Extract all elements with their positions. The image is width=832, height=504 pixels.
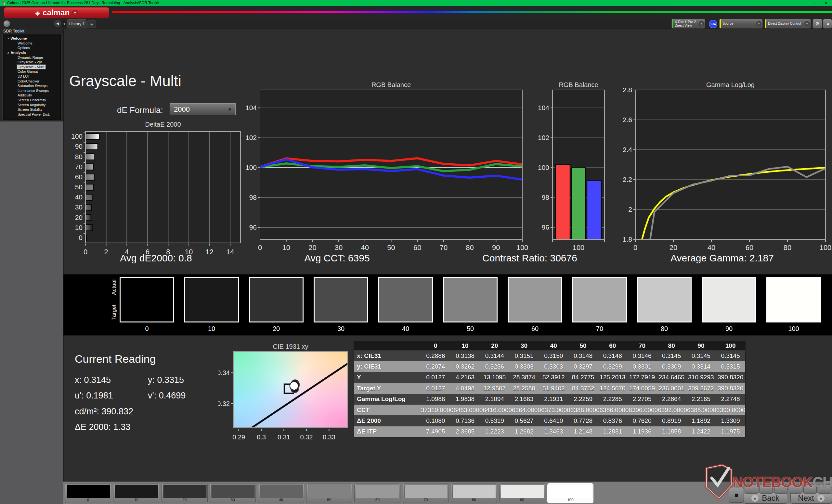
source-button[interactable]: Source ▼ [719, 19, 763, 29]
meter-button[interactable]: X-Rite i1Pro 2 Direct View ▼ [672, 19, 705, 29]
table-row-label: y: CIE31 [354, 361, 421, 372]
patch-label: 50 [307, 498, 352, 502]
bottom-tool-button-6[interactable] [818, 484, 831, 494]
bottom-tool-button-1[interactable] [745, 484, 758, 494]
next-button[interactable]: Next » [790, 493, 832, 504]
svg-text:2.8: 2.8 [623, 86, 632, 93]
meter-dropdown-icon: ▼ [699, 21, 704, 26]
patch-button-40[interactable]: 40 [258, 483, 304, 503]
table-cell: 236.0001 [657, 383, 686, 394]
patch-button-0[interactable]: 0 [65, 483, 111, 503]
table-cell: 0.3297 [568, 361, 598, 372]
sidebar-item-grayscale-multi[interactable]: Grayscale - Multi [17, 65, 46, 69]
sidebar-item-spectral-power-dist-[interactable]: Spectral Power Dist. [3, 112, 61, 117]
patch-button-80[interactable]: 80 [451, 483, 497, 503]
sidebar-item-screen-stability[interactable]: Screen Stability [3, 107, 61, 112]
grayscale-swatch-0 [120, 277, 174, 323]
grayscale-swatch-label: 60 [508, 325, 562, 333]
sidebar-item-3d-lut[interactable]: 3D LUT [3, 74, 61, 79]
table-cell: 28.3874 [509, 372, 539, 383]
tab-bar: ◀ ◀ History 1 + X-Rite i1Pro 2 Direct Vi… [0, 20, 832, 29]
next-icon: » [817, 495, 825, 502]
table-cell: 0.2074 [421, 361, 450, 372]
calman-menu-button[interactable]: ◈ calman ▼ [4, 7, 109, 18]
patch-button-90[interactable]: 90 [499, 483, 545, 503]
back-button[interactable]: « Back [744, 493, 787, 504]
tree-group-analysis[interactable]: ◢Analysis [3, 50, 61, 55]
grayscale-swatch-40 [378, 277, 433, 323]
table-cell: 6390.0000 [716, 404, 746, 415]
sidebar-item-colorchecker[interactable]: ColorChecker [3, 79, 61, 83]
table-cell: 1.3309 [716, 415, 745, 426]
sidebar-item-color-gamut[interactable]: Color Gamut [3, 69, 61, 74]
window-maximize-icon[interactable]: □ [815, 1, 817, 5]
sidebar-item-options[interactable]: Options [3, 46, 61, 50]
de-formula-label: dE Formula: [117, 105, 163, 115]
grayscale-swatch-80 [637, 277, 692, 323]
patch-label: 20 [162, 498, 207, 502]
table-cell: 1.1975 [716, 426, 745, 437]
bottom-tool-button-4[interactable] [789, 484, 802, 494]
stop-button[interactable]: ■ [729, 487, 744, 503]
sidebar-item-screen-uniformity[interactable]: Screen Uniformity [3, 98, 61, 103]
sidebar-item-dynamic-range[interactable]: Dynamic Range [3, 55, 61, 60]
sidebar-item-welcome[interactable]: Welcome [3, 41, 61, 46]
table-cell: 0.3314 [686, 361, 716, 372]
average-gamma-readout: Average Gamma: 2.187 [671, 253, 774, 264]
de-formula-select[interactable]: 2000 ▼ [170, 103, 236, 115]
patch-label: 60 [355, 498, 400, 502]
cie-y-value: 0.3315 [157, 375, 184, 385]
add-tab-button[interactable]: + [87, 21, 96, 28]
tree-expand-icon: ◢ [7, 37, 9, 39]
settings-button[interactable]: ⚙ [812, 19, 822, 29]
patch-button-60[interactable]: 60 [354, 483, 400, 503]
cie-1931-chart: 0.320.340.290.30.310.320.33 [218, 343, 361, 450]
svg-text:70: 70 [75, 163, 82, 170]
table-cell: 0.3145 [657, 351, 686, 361]
sidebar-collapse-icon[interactable]: ◀ [54, 20, 61, 27]
sidebar-item-additivity[interactable]: Additivity [3, 93, 61, 98]
sidebar-item-luminance-sweeps[interactable]: Luminance Sweeps [3, 88, 61, 93]
grayscale-swatch-50 [443, 277, 498, 323]
patch-button-30[interactable]: 30 [210, 483, 256, 503]
current-reading-title: Current Reading [75, 353, 156, 365]
calman-dropdown-icon: ▼ [72, 10, 78, 16]
sidebar-item-grayscale-2pt[interactable]: Grayscale - 2pt [3, 60, 61, 65]
window-minimize-icon[interactable]: – [805, 1, 808, 5]
patch-button-70[interactable]: 70 [403, 483, 449, 503]
cie-x-label: x: [75, 375, 82, 385]
tab-history-1[interactable]: History 1 [67, 19, 86, 29]
table-cell: 2.2705 [627, 394, 657, 404]
table-cell: 4.2163 [450, 372, 480, 383]
patch-label: 80 [451, 498, 497, 502]
table-cell: 125.2013 [598, 372, 627, 383]
svg-text:98: 98 [249, 194, 257, 201]
table-cell: 0.3303 [509, 361, 539, 372]
patch-button-20[interactable]: 20 [161, 483, 208, 503]
bottom-tool-button-2[interactable] [759, 484, 773, 494]
svg-text:0.31: 0.31 [278, 433, 290, 441]
window-close-icon[interactable]: ✕ [824, 1, 828, 5]
table-cell: 390.8320 [716, 383, 745, 394]
table-cell: 4.0498 [450, 383, 480, 394]
svg-text:50: 50 [387, 244, 395, 252]
tab-scroll-left-icon[interactable]: ◀ [62, 21, 66, 27]
patch-button-100[interactable]: 100 [547, 483, 594, 503]
patch-button-50[interactable]: 50 [306, 483, 352, 503]
sidebar-pin-button[interactable] [3, 20, 10, 27]
sidebar-item-screen-angularity[interactable]: Screen Angularity [3, 102, 61, 107]
display-control-button[interactable]: Direct Display Control ▼ [765, 19, 811, 29]
panel-collapse-button[interactable]: ◀ [823, 19, 832, 29]
svg-text:100: 100 [538, 164, 549, 171]
target-row-label: Target [111, 304, 117, 320]
bottom-tool-button-3[interactable] [774, 484, 787, 494]
patch-button-10[interactable]: 10 [113, 483, 159, 503]
stop-icon: ■ [734, 491, 738, 499]
table-header-row: 0102030405060708090100 [354, 341, 745, 351]
table-col-header: 30 [509, 341, 539, 351]
bottom-tool-button-5[interactable] [803, 484, 817, 494]
svg-text:0.3: 0.3 [257, 433, 266, 441]
table-cell: 0.5319 [480, 415, 509, 426]
sidebar-item-saturation-sweeps[interactable]: Saturation Sweeps [3, 83, 61, 88]
tree-group-welcome[interactable]: ◢Welcome [3, 36, 61, 41]
